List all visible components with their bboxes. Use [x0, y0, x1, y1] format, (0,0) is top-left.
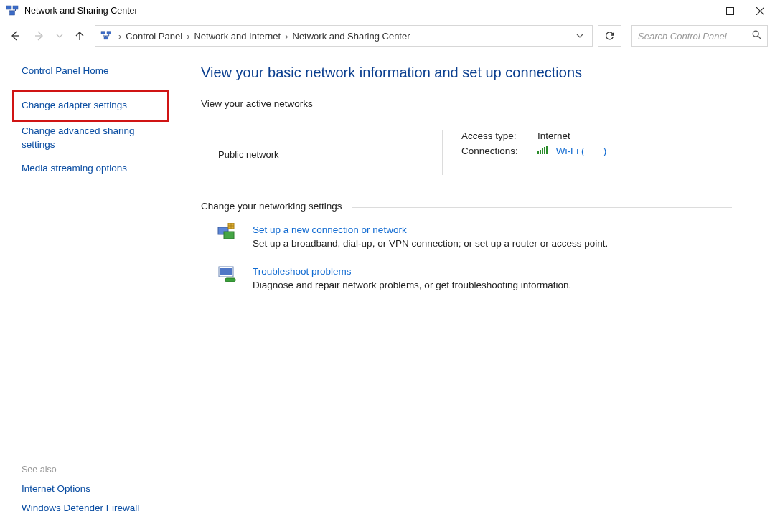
- svg-rect-20: [224, 232, 234, 239]
- networking-settings-heading: Change your networking settings: [201, 201, 732, 212]
- svg-rect-14: [537, 151, 539, 154]
- svg-rect-25: [220, 268, 232, 275]
- breadcrumb-item[interactable]: Network and Internet: [191, 31, 283, 42]
- app-icon: [6, 4, 20, 17]
- up-button[interactable]: [70, 26, 89, 46]
- search-icon: [752, 30, 761, 42]
- sidebar-internet-options[interactable]: Internet Options: [22, 483, 164, 494]
- recent-dropdown[interactable]: [55, 26, 65, 46]
- sidebar-control-panel-home[interactable]: Control Panel Home: [22, 65, 164, 78]
- page-title: View your basic network information and …: [201, 65, 732, 81]
- svg-point-12: [753, 31, 758, 37]
- svg-rect-9: [101, 32, 105, 34]
- svg-rect-4: [726, 7, 733, 14]
- svg-rect-0: [6, 6, 11, 9]
- breadcrumb-item[interactable]: Network and Sharing Center: [290, 31, 413, 42]
- svg-rect-1: [13, 6, 18, 9]
- sidebar-media-streaming[interactable]: Media streaming options: [22, 162, 164, 176]
- sidebar-change-adapter-settings[interactable]: Change adapter settings: [12, 90, 169, 122]
- vertical-divider: [442, 130, 443, 175]
- svg-rect-10: [107, 32, 111, 34]
- svg-rect-26: [225, 278, 235, 282]
- connection-link[interactable]: Wi-Fi ( ): [556, 146, 607, 156]
- troubleshoot-desc: Diagnose and repair network problems, or…: [253, 280, 571, 290]
- connections-label: Connections:: [461, 146, 537, 156]
- wifi-signal-icon: [537, 146, 549, 156]
- address-bar[interactable]: › Control Panel › Network and Internet ›…: [95, 25, 593, 47]
- main-panel: View your basic network information and …: [172, 50, 775, 532]
- sidebar: Control Panel Home Change adapter settin…: [0, 50, 172, 532]
- address-history-dropdown[interactable]: [570, 31, 589, 42]
- svg-rect-15: [540, 150, 541, 154]
- breadcrumb-item[interactable]: Control Panel: [123, 31, 185, 42]
- title-bar: Network and Sharing Center: [0, 0, 775, 22]
- sidebar-change-advanced-sharing[interactable]: Change advanced sharing settings: [22, 125, 164, 152]
- svg-rect-17: [544, 147, 545, 154]
- svg-line-13: [758, 36, 761, 39]
- access-type-value: Internet: [537, 130, 570, 141]
- chevron-right-icon[interactable]: ›: [185, 31, 191, 42]
- setup-connection-desc: Set up a broadband, dial-up, or VPN conn…: [253, 238, 608, 249]
- active-network-block: Public network Access type: Internet Con…: [201, 125, 732, 175]
- network-category: Public network: [201, 125, 423, 175]
- minimize-button[interactable]: [685, 0, 715, 22]
- troubleshoot-icon: [217, 265, 240, 285]
- svg-rect-18: [546, 146, 548, 154]
- troubleshoot-item: Troubleshoot problems Diagnose and repai…: [217, 265, 732, 290]
- search-placeholder: Search Control Panel: [638, 31, 752, 42]
- see-also-label: See also: [22, 465, 164, 475]
- search-input[interactable]: Search Control Panel: [631, 25, 768, 47]
- svg-rect-16: [542, 148, 543, 154]
- back-button[interactable]: [6, 26, 24, 46]
- sidebar-windows-defender-firewall[interactable]: Windows Defender Firewall: [22, 503, 164, 513]
- chevron-right-icon[interactable]: ›: [117, 31, 123, 42]
- svg-rect-11: [104, 37, 108, 39]
- setup-connection-item: Set up a new connection or network Set u…: [217, 223, 732, 249]
- chevron-right-icon[interactable]: ›: [283, 31, 289, 42]
- maximize-button[interactable]: [715, 0, 745, 22]
- close-button[interactable]: [745, 0, 775, 22]
- refresh-button[interactable]: [598, 25, 621, 47]
- navigation-toolbar: › Control Panel › Network and Internet ›…: [0, 22, 775, 50]
- setup-connection-icon: [217, 223, 240, 243]
- svg-rect-2: [10, 11, 15, 15]
- troubleshoot-link[interactable]: Troubleshoot problems: [253, 266, 571, 277]
- window-title: Network and Sharing Center: [24, 6, 138, 16]
- forward-button[interactable]: [30, 26, 49, 46]
- access-type-label: Access type:: [461, 130, 537, 141]
- setup-connection-link[interactable]: Set up a new connection or network: [253, 224, 608, 235]
- address-icon: [100, 29, 114, 42]
- active-networks-heading: View your active networks: [201, 98, 732, 109]
- content-area: Control Panel Home Change adapter settin…: [0, 50, 775, 532]
